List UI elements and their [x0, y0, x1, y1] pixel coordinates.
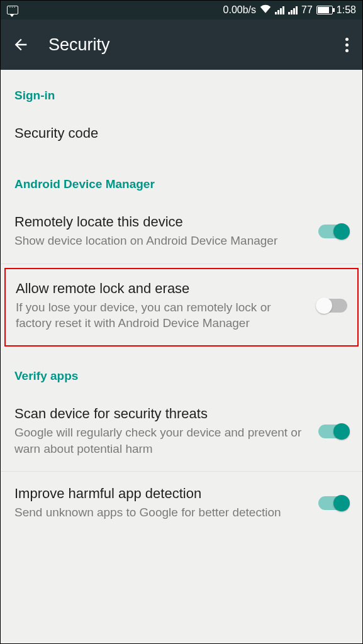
section-adm: Android Device Manager	[1, 158, 362, 200]
status-bar: 0.00b/s 77 1:58	[1, 1, 362, 19]
clock: 1:58	[337, 4, 356, 16]
signal-icon	[275, 6, 284, 14]
battery-pct: 77	[301, 4, 313, 16]
security-code-title: Security code	[14, 125, 341, 142]
improve-detection-sub: Send unknown apps to Google for better d…	[14, 504, 311, 521]
remotely-locate-row[interactable]: Remotely locate this device Show device …	[1, 200, 362, 264]
remote-lock-erase-switch[interactable]	[317, 299, 347, 313]
app-bar: Security	[1, 19, 362, 70]
improve-detection-row[interactable]: Improve harmful app detection Send unkno…	[1, 472, 362, 535]
improve-detection-switch[interactable]	[318, 496, 349, 510]
settings-list: Sign-in Security code Android Device Man…	[1, 70, 362, 535]
remote-lock-erase-row[interactable]: Allow remote lock and erase If you lose …	[4, 268, 359, 347]
signal-icon-2	[288, 6, 298, 14]
improve-detection-title: Improve harmful app detection	[14, 486, 311, 502]
scan-threats-title: Scan device for security threats	[14, 406, 311, 422]
back-arrow-icon[interactable]	[12, 36, 30, 53]
security-code-row[interactable]: Security code	[1, 111, 362, 158]
section-signin: Sign-in	[1, 70, 362, 111]
scan-threats-row[interactable]: Scan device for security threats Google …	[1, 392, 362, 471]
remotely-locate-switch[interactable]	[318, 225, 349, 238]
page-title: Security	[48, 35, 343, 55]
section-verify: Verify apps	[1, 350, 362, 392]
remote-lock-erase-title: Allow remote lock and erase	[16, 280, 310, 297]
wifi-icon	[260, 4, 271, 16]
remotely-locate-title: Remotely locate this device	[14, 214, 311, 230]
messages-icon	[7, 6, 18, 14]
divider	[1, 264, 362, 264]
overflow-menu-icon[interactable]	[343, 35, 351, 55]
data-rate: 0.00b/s	[223, 4, 256, 16]
scan-threats-sub: Google will regularly check your device …	[14, 425, 311, 457]
scan-threats-switch[interactable]	[318, 425, 349, 438]
battery-icon	[316, 6, 333, 14]
remote-lock-erase-sub: If you lose your device, you can remotel…	[16, 299, 310, 331]
remotely-locate-sub: Show device location on Android Device M…	[14, 233, 311, 249]
